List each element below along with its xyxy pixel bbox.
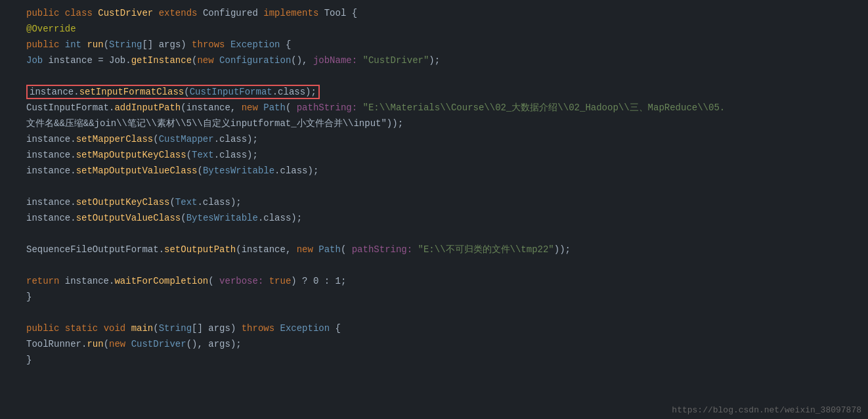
line-content-9: instance.setMapOutputKeyClass(Text.class… bbox=[24, 148, 868, 162]
token: jobName: bbox=[313, 55, 363, 66]
token: ( bbox=[208, 276, 219, 286]
token: "CustDriver" bbox=[363, 55, 429, 66]
line-content-13: instance.setOutputValueClass(BytesWritab… bbox=[24, 211, 868, 225]
token: .class); bbox=[214, 134, 258, 144]
token: (), args); bbox=[186, 339, 242, 349]
token: setMapOutputKeyClass bbox=[76, 150, 186, 160]
token: .class); bbox=[274, 165, 318, 176]
token: (), bbox=[291, 55, 313, 66]
token: CustInputFormat bbox=[190, 87, 272, 97]
token: String bbox=[109, 39, 142, 50]
token: .class); bbox=[258, 213, 302, 223]
token: ( bbox=[341, 244, 352, 255]
token: SequenceFileOutputFormat. bbox=[26, 244, 164, 255]
token: new bbox=[242, 102, 264, 113]
line-content-16 bbox=[24, 258, 868, 273]
token: public bbox=[26, 323, 65, 334]
token: setMapOutputValueClass bbox=[76, 165, 198, 176]
token: BytesWritable bbox=[186, 213, 258, 223]
token: getInstance bbox=[131, 55, 192, 66]
code-line-21: ToolRunner.run(new CustDriver(), args); bbox=[0, 336, 868, 352]
code-line-13: instance.setOutputValueClass(BytesWritab… bbox=[0, 210, 868, 226]
code-line-14 bbox=[0, 226, 868, 242]
token: void bbox=[104, 323, 131, 334]
token: instance. bbox=[26, 213, 76, 223]
code-line-4: Job instance = Job.getInstance(new Confi… bbox=[0, 53, 868, 68]
code-line-5 bbox=[0, 68, 868, 84]
token: throws bbox=[192, 39, 230, 50]
token: CustMapper bbox=[159, 134, 214, 144]
token: verbose: bbox=[219, 276, 269, 286]
token: CustDriver bbox=[98, 8, 158, 18]
token: new bbox=[297, 244, 319, 255]
code-line-22: } bbox=[0, 352, 868, 368]
token: main bbox=[131, 323, 154, 334]
token: [] args) bbox=[142, 39, 192, 50]
token: implements bbox=[263, 8, 324, 18]
token: ( bbox=[153, 323, 158, 334]
line-content-4: Job instance = Job.getInstance(new Confi… bbox=[24, 53, 868, 68]
code-line-3: public int run(String[] args) throws Exc… bbox=[0, 37, 868, 53]
code-line-11 bbox=[0, 179, 868, 194]
code-line-12: instance.setOutputKeyClass(Text.class); bbox=[0, 194, 868, 210]
token: (instance, bbox=[236, 244, 296, 255]
token: Configuration bbox=[219, 55, 291, 66]
token: instance = Job. bbox=[49, 55, 131, 66]
token: ToolRunner. bbox=[26, 339, 87, 349]
code-line-10: instance.setMapOutputValueClass(BytesWri… bbox=[0, 163, 868, 179]
token: BytesWritable bbox=[203, 165, 274, 176]
line-content-22: } bbox=[24, 353, 868, 367]
token: setMapperClass bbox=[76, 134, 154, 144]
line-content-7: CustInputFormat.addInputPath(instance, n… bbox=[24, 100, 868, 115]
token: setOutputKeyClass bbox=[76, 197, 170, 208]
token: instance. bbox=[30, 87, 79, 97]
token: ) ? 0 : 1; bbox=[291, 276, 346, 286]
token: [] args) bbox=[192, 323, 242, 334]
token: Path bbox=[263, 102, 286, 113]
token: Path bbox=[318, 244, 341, 255]
token: Exception bbox=[230, 39, 286, 50]
line-content-11 bbox=[24, 179, 868, 194]
token: } bbox=[26, 292, 32, 302]
token: instance. bbox=[65, 276, 115, 286]
token: ( bbox=[169, 197, 175, 208]
code-line-6: instance.setInputFormatClass(CustInputFo… bbox=[0, 84, 868, 100]
token: setInputFormatClass bbox=[79, 87, 184, 97]
token: extends bbox=[159, 8, 203, 18]
code-line-9: instance.setMapOutputKeyClass(Text.class… bbox=[0, 147, 868, 163]
token: 文件名&&压缩&&join\\笔记\\素材\\5\\自定义inputformat… bbox=[26, 118, 403, 129]
token: ( bbox=[184, 87, 189, 97]
line-content-5 bbox=[24, 69, 868, 83]
code-line-16 bbox=[0, 257, 868, 273]
token: run bbox=[87, 339, 103, 349]
watermark: https://blog.csdn.net/weixin_38097878 bbox=[665, 401, 868, 419]
token: setOutputValueClass bbox=[76, 213, 181, 223]
code-line-2: @Override bbox=[0, 21, 868, 37]
token: } bbox=[26, 355, 32, 365]
code-line-7: CustInputFormat.addInputPath(instance, n… bbox=[0, 100, 868, 116]
token: true bbox=[269, 276, 292, 286]
code-editor: public class CustDriver extends Configur… bbox=[0, 0, 868, 406]
token: pathString: bbox=[297, 102, 363, 113]
token: .class); bbox=[272, 87, 316, 97]
token: addInputPath bbox=[114, 102, 181, 113]
line-content-2: @Override bbox=[24, 22, 868, 36]
token: ( bbox=[186, 150, 192, 160]
token: { bbox=[286, 39, 291, 50]
token: Text bbox=[192, 150, 214, 160]
line-content-6: instance.setInputFormatClass(CustInputFo… bbox=[24, 85, 868, 99]
token: ( bbox=[104, 39, 109, 50]
line-content-21: ToolRunner.run(new CustDriver(), args); bbox=[24, 337, 868, 351]
code-line-19 bbox=[0, 305, 868, 320]
token: Job bbox=[26, 55, 49, 66]
token: Configured bbox=[203, 8, 263, 18]
line-content-12: instance.setOutputKeyClass(Text.class); bbox=[24, 195, 868, 210]
token: instance. bbox=[26, 150, 76, 160]
watermark-text: https://blog.csdn.net/weixin_38097878 bbox=[672, 405, 861, 415]
token: ( bbox=[104, 339, 109, 349]
token: setOutputPath bbox=[164, 244, 236, 255]
token: @Override bbox=[26, 24, 76, 34]
code-line-1: public class CustDriver extends Configur… bbox=[0, 5, 868, 21]
token: .class); bbox=[214, 150, 258, 160]
token: int bbox=[65, 39, 87, 50]
